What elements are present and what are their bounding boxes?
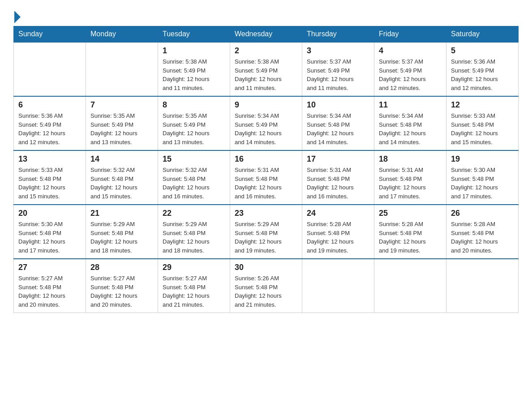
calendar-cell: 15Sunrise: 5:32 AM Sunset: 5:48 PM Dayli…: [158, 150, 230, 205]
day-info: Sunrise: 5:31 AM Sunset: 5:48 PM Dayligh…: [235, 166, 297, 201]
day-info: Sunrise: 5:37 AM Sunset: 5:49 PM Dayligh…: [379, 57, 442, 92]
calendar-cell: 2Sunrise: 5:38 AM Sunset: 5:49 PM Daylig…: [230, 42, 302, 96]
day-number: 13: [18, 154, 81, 164]
day-info: Sunrise: 5:26 AM Sunset: 5:48 PM Dayligh…: [235, 274, 297, 309]
day-info: Sunrise: 5:31 AM Sunset: 5:48 PM Dayligh…: [307, 166, 369, 201]
calendar-cell: 29Sunrise: 5:27 AM Sunset: 5:48 PM Dayli…: [158, 259, 230, 313]
calendar-cell: 19Sunrise: 5:30 AM Sunset: 5:48 PM Dayli…: [446, 150, 519, 205]
calendar-header-monday: Monday: [86, 26, 158, 43]
day-number: 24: [307, 209, 369, 218]
day-number: 19: [451, 154, 514, 164]
day-info: Sunrise: 5:34 AM Sunset: 5:49 PM Dayligh…: [235, 111, 297, 146]
day-info: Sunrise: 5:34 AM Sunset: 5:48 PM Dayligh…: [307, 111, 369, 146]
day-info: Sunrise: 5:36 AM Sunset: 5:49 PM Dayligh…: [451, 57, 514, 92]
day-number: 6: [18, 100, 81, 110]
day-number: 14: [90, 154, 153, 164]
day-number: 2: [235, 46, 297, 56]
day-info: Sunrise: 5:29 AM Sunset: 5:48 PM Dayligh…: [163, 220, 225, 255]
calendar-cell: 16Sunrise: 5:31 AM Sunset: 5:48 PM Dayli…: [230, 150, 302, 205]
calendar-cell: 25Sunrise: 5:28 AM Sunset: 5:48 PM Dayli…: [374, 205, 446, 259]
day-number: 29: [163, 263, 225, 272]
day-number: 1: [163, 46, 225, 56]
day-number: 28: [90, 263, 153, 272]
day-info: Sunrise: 5:32 AM Sunset: 5:48 PM Dayligh…: [90, 166, 153, 201]
day-number: 22: [163, 209, 225, 218]
calendar-cell: 10Sunrise: 5:34 AM Sunset: 5:48 PM Dayli…: [302, 96, 374, 150]
calendar-table: SundayMondayTuesdayWednesdayThursdayFrid…: [13, 26, 519, 313]
day-number: 21: [90, 209, 153, 218]
day-number: 25: [379, 209, 442, 218]
day-number: 12: [451, 100, 514, 110]
calendar-cell: 24Sunrise: 5:28 AM Sunset: 5:48 PM Dayli…: [302, 205, 374, 259]
day-number: 3: [307, 46, 369, 56]
calendar-cell: 28Sunrise: 5:27 AM Sunset: 5:48 PM Dayli…: [86, 259, 158, 313]
calendar-cell: 11Sunrise: 5:34 AM Sunset: 5:48 PM Dayli…: [374, 96, 446, 150]
day-info: Sunrise: 5:28 AM Sunset: 5:48 PM Dayligh…: [307, 220, 369, 255]
calendar-header-friday: Friday: [374, 26, 446, 43]
calendar-cell: 7Sunrise: 5:35 AM Sunset: 5:49 PM Daylig…: [86, 96, 158, 150]
day-info: Sunrise: 5:33 AM Sunset: 5:48 PM Dayligh…: [18, 166, 81, 201]
calendar-cell: 3Sunrise: 5:37 AM Sunset: 5:49 PM Daylig…: [302, 42, 374, 96]
day-number: 10: [307, 100, 369, 110]
calendar-header-thursday: Thursday: [302, 26, 374, 43]
calendar-cell: 12Sunrise: 5:33 AM Sunset: 5:48 PM Dayli…: [446, 96, 519, 150]
day-info: Sunrise: 5:35 AM Sunset: 5:49 PM Dayligh…: [163, 111, 225, 146]
day-number: 20: [18, 209, 81, 218]
week-row-3: 13Sunrise: 5:33 AM Sunset: 5:48 PM Dayli…: [14, 150, 519, 205]
calendar-cell: 26Sunrise: 5:28 AM Sunset: 5:48 PM Dayli…: [446, 205, 519, 259]
calendar-header-saturday: Saturday: [446, 26, 519, 43]
day-info: Sunrise: 5:37 AM Sunset: 5:49 PM Dayligh…: [307, 57, 369, 92]
page-header: [13, 9, 519, 21]
day-number: 26: [451, 209, 514, 218]
calendar-cell: [374, 259, 446, 313]
day-info: Sunrise: 5:28 AM Sunset: 5:48 PM Dayligh…: [379, 220, 442, 255]
calendar-header-row: SundayMondayTuesdayWednesdayThursdayFrid…: [14, 26, 519, 43]
day-info: Sunrise: 5:30 AM Sunset: 5:48 PM Dayligh…: [451, 166, 514, 201]
calendar-cell: [14, 42, 86, 96]
calendar-cell: [302, 259, 374, 313]
day-number: 27: [18, 263, 81, 272]
day-number: 18: [379, 154, 442, 164]
day-info: Sunrise: 5:27 AM Sunset: 5:48 PM Dayligh…: [163, 274, 225, 309]
day-number: 23: [235, 209, 297, 218]
calendar-cell: 13Sunrise: 5:33 AM Sunset: 5:48 PM Dayli…: [14, 150, 86, 205]
calendar-header-tuesday: Tuesday: [158, 26, 230, 43]
day-info: Sunrise: 5:29 AM Sunset: 5:48 PM Dayligh…: [235, 220, 297, 255]
day-number: 4: [379, 46, 442, 56]
day-info: Sunrise: 5:31 AM Sunset: 5:48 PM Dayligh…: [379, 166, 442, 201]
calendar-cell: 17Sunrise: 5:31 AM Sunset: 5:48 PM Dayli…: [302, 150, 374, 205]
calendar-cell: 6Sunrise: 5:36 AM Sunset: 5:49 PM Daylig…: [14, 96, 86, 150]
day-number: 15: [163, 154, 225, 164]
logo-triangle-icon: [14, 11, 21, 23]
day-info: Sunrise: 5:32 AM Sunset: 5:48 PM Dayligh…: [163, 166, 225, 201]
day-number: 8: [163, 100, 225, 110]
calendar-cell: 21Sunrise: 5:29 AM Sunset: 5:48 PM Dayli…: [86, 205, 158, 259]
week-row-2: 6Sunrise: 5:36 AM Sunset: 5:49 PM Daylig…: [14, 96, 519, 150]
week-row-5: 27Sunrise: 5:27 AM Sunset: 5:48 PM Dayli…: [14, 259, 519, 313]
calendar-cell: 18Sunrise: 5:31 AM Sunset: 5:48 PM Dayli…: [374, 150, 446, 205]
calendar-cell: 23Sunrise: 5:29 AM Sunset: 5:48 PM Dayli…: [230, 205, 302, 259]
week-row-1: 1Sunrise: 5:38 AM Sunset: 5:49 PM Daylig…: [14, 42, 519, 96]
day-info: Sunrise: 5:27 AM Sunset: 5:48 PM Dayligh…: [18, 274, 81, 309]
calendar-cell: 8Sunrise: 5:35 AM Sunset: 5:49 PM Daylig…: [158, 96, 230, 150]
day-number: 17: [307, 154, 369, 164]
day-info: Sunrise: 5:33 AM Sunset: 5:48 PM Dayligh…: [451, 111, 514, 146]
day-info: Sunrise: 5:28 AM Sunset: 5:48 PM Dayligh…: [451, 220, 514, 255]
calendar-cell: 5Sunrise: 5:36 AM Sunset: 5:49 PM Daylig…: [446, 42, 519, 96]
calendar-cell: [446, 259, 519, 313]
calendar-cell: [86, 42, 158, 96]
day-info: Sunrise: 5:38 AM Sunset: 5:49 PM Dayligh…: [235, 57, 297, 92]
day-number: 16: [235, 154, 297, 164]
calendar-cell: 1Sunrise: 5:38 AM Sunset: 5:49 PM Daylig…: [158, 42, 230, 96]
day-info: Sunrise: 5:34 AM Sunset: 5:48 PM Dayligh…: [379, 111, 442, 146]
day-number: 5: [451, 46, 514, 56]
day-info: Sunrise: 5:38 AM Sunset: 5:49 PM Dayligh…: [163, 57, 225, 92]
day-number: 11: [379, 100, 442, 110]
calendar-cell: 30Sunrise: 5:26 AM Sunset: 5:48 PM Dayli…: [230, 259, 302, 313]
calendar-cell: 22Sunrise: 5:29 AM Sunset: 5:48 PM Dayli…: [158, 205, 230, 259]
calendar-cell: 9Sunrise: 5:34 AM Sunset: 5:49 PM Daylig…: [230, 96, 302, 150]
calendar-header-wednesday: Wednesday: [230, 26, 302, 43]
day-number: 9: [235, 100, 297, 110]
calendar-cell: 20Sunrise: 5:30 AM Sunset: 5:48 PM Dayli…: [14, 205, 86, 259]
day-info: Sunrise: 5:29 AM Sunset: 5:48 PM Dayligh…: [90, 220, 153, 255]
